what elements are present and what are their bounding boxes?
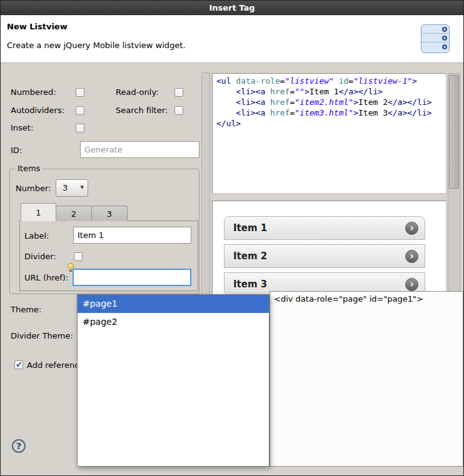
autocomplete-popup: #page1#page2 <box>77 294 270 467</box>
chevron-down-icon: ▾ <box>80 183 84 191</box>
chevron-right-icon: › <box>405 222 418 235</box>
add-references-checkbox[interactable] <box>14 360 23 369</box>
page-subtitle: Create a new jQuery Mobile listview widg… <box>7 41 186 50</box>
label-input[interactable] <box>73 227 191 244</box>
number-combo-value: 3 <box>63 183 68 192</box>
searchfilter-label: Search filter: <box>116 106 168 116</box>
chevron-right-icon: › <box>405 278 418 291</box>
code-editor[interactable]: <ul data-role="listview" id="listview-1"… <box>212 73 446 194</box>
autocomplete-item[interactable]: #page2 <box>78 313 269 331</box>
listview-icon-row <box>421 25 449 34</box>
url-input[interactable] <box>73 269 191 286</box>
id-label: ID: <box>11 146 22 156</box>
divider-label: Divider: <box>24 252 56 262</box>
window-title: Insert Tag <box>209 3 255 12</box>
numbered-label: Numbered: <box>11 87 56 97</box>
numbered-checkbox[interactable] <box>76 88 84 97</box>
info-tooltip: <div data-role="page" id="page1"> <box>270 291 463 467</box>
searchfilter-checkbox[interactable] <box>174 106 183 115</box>
autocomplete-item[interactable]: #page1 <box>78 295 269 313</box>
chevron-right-icon <box>442 27 447 32</box>
divider-theme-label: Divider Theme: <box>11 331 73 341</box>
preview-list-item: Item 1› <box>224 216 425 240</box>
tab-item-2[interactable]: 2 <box>56 206 92 221</box>
help-button[interactable]: ? <box>12 439 26 453</box>
tab-item-3[interactable]: 3 <box>92 206 128 221</box>
divider-checkbox[interactable] <box>74 252 83 261</box>
items-tabs: 123 <box>21 203 128 221</box>
id-input[interactable] <box>80 141 199 158</box>
code-line: <li><a href="">Item 1</a></li> <box>216 86 442 97</box>
preview-item-label: Item 1 <box>233 222 267 234</box>
insert-tag-dialog: Insert Tag New Listview Create a new jQu… <box>0 0 464 476</box>
tab-item-1[interactable]: 1 <box>21 203 56 221</box>
label-label: Label: <box>24 231 49 241</box>
splitter[interactable] <box>212 194 446 201</box>
code-line: </ul> <box>216 118 442 129</box>
autodividers-checkbox[interactable] <box>76 106 84 115</box>
items-group-title: Items <box>15 164 43 173</box>
titlebar[interactable]: Insert Tag <box>1 1 463 15</box>
page-title: New Listview <box>7 22 68 31</box>
chevron-right-icon: › <box>405 250 418 263</box>
number-combo[interactable]: 3 ▾ <box>56 179 88 197</box>
readonly-label: Read-only: <box>116 87 159 97</box>
preview-item-label: Item 2 <box>233 250 267 262</box>
listview-icon-row <box>421 34 449 42</box>
lightbulb-icon <box>68 263 74 269</box>
scrollbar-thumb[interactable] <box>449 75 459 189</box>
chevron-right-icon <box>442 44 447 49</box>
preview-item-label: Item 3 <box>233 279 267 290</box>
listview-icon-row <box>421 42 449 51</box>
preview-list-item: Item 2› <box>224 244 425 268</box>
dialog-header: New Listview Create a new jQuery Mobile … <box>1 16 463 63</box>
autocomplete-list: #page1#page2 <box>78 295 269 331</box>
code-line: <li><a href="item3.html">Item 3</a></li> <box>216 107 442 118</box>
inset-checkbox[interactable] <box>76 124 84 132</box>
number-label: Number: <box>16 184 51 194</box>
autodividers-label: Autodividers: <box>11 106 64 116</box>
theme-label: Theme: <box>11 305 41 315</box>
chevron-right-icon <box>442 36 447 41</box>
tooltip-text: <div data-role="page" id="page1"> <box>274 294 423 304</box>
readonly-checkbox[interactable] <box>174 88 183 97</box>
listview-icon <box>421 24 450 53</box>
url-label: URL (href): <box>24 273 68 283</box>
code-line: <li><a href="item2.html">Item 2</a></li> <box>216 97 442 107</box>
inset-label: Inset: <box>11 123 33 133</box>
code-line: <ul data-role="listview" id="listview-1"… <box>216 76 442 86</box>
